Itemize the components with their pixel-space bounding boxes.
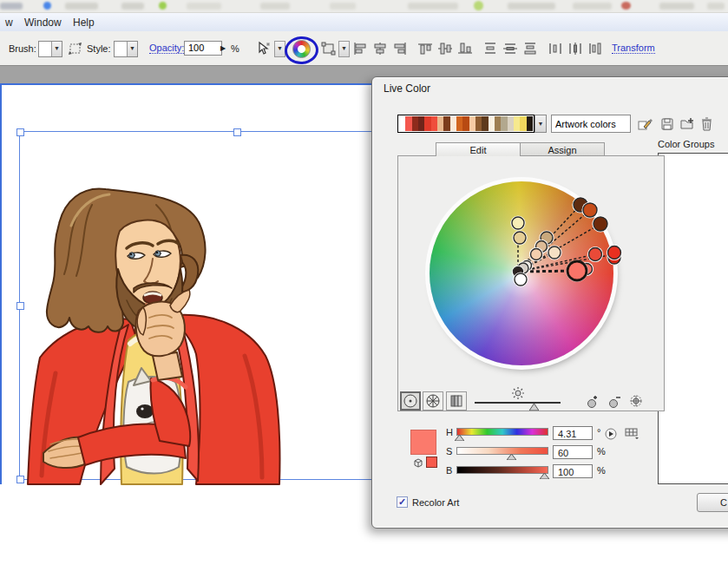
distribute-center-vertical-icon[interactable] xyxy=(502,41,519,56)
swatch-strip-dropdown[interactable]: ▼ xyxy=(535,115,547,133)
chevron-down-icon[interactable]: ▼ xyxy=(338,41,350,57)
transform-link[interactable]: Transform xyxy=(612,43,655,54)
selection-handle[interactable] xyxy=(16,476,24,483)
transform-fit-icon[interactable] xyxy=(66,41,83,56)
strip-swatch xyxy=(527,116,533,131)
live-color-dialog: Live Color ▼ Color Groups Edit Assign xyxy=(371,76,728,529)
chevron-down-icon[interactable]: ▼ xyxy=(51,42,62,56)
brush-dropdown[interactable]: ▼ xyxy=(38,41,62,57)
hue-slider[interactable] xyxy=(456,428,548,436)
chevron-down-icon[interactable]: ▼ xyxy=(127,42,137,56)
distribute-right-icon[interactable] xyxy=(587,41,604,56)
color-mode-cube-icon[interactable] xyxy=(412,457,424,469)
tab-edit[interactable]: Edit xyxy=(436,142,521,156)
wheel-marker[interactable] xyxy=(594,217,607,231)
wheel-smooth-mode-button[interactable] xyxy=(400,391,421,411)
align-center-horizontal-icon[interactable] xyxy=(371,41,389,56)
brightness-unit: % xyxy=(597,465,606,476)
harmony-link-icon[interactable] xyxy=(629,394,643,408)
strip-swatch xyxy=(443,116,449,131)
adjust-bounds-icon[interactable] xyxy=(319,41,337,56)
style-preview xyxy=(115,42,127,56)
dialog-title: Live Color xyxy=(384,82,430,95)
slider-options-play-icon[interactable] xyxy=(605,428,617,440)
blurred-blue-dot-icon xyxy=(43,2,51,10)
color-groups-list[interactable] xyxy=(658,153,728,484)
menu-item-help[interactable]: Help xyxy=(69,16,98,30)
style-dropdown[interactable]: ▼ xyxy=(114,41,138,57)
opacity-input[interactable] xyxy=(184,41,222,56)
cut-off-button[interactable]: C xyxy=(697,493,728,512)
align-top-icon[interactable] xyxy=(416,41,434,56)
brightness-slider-track[interactable] xyxy=(475,402,561,404)
add-color-icon[interactable] xyxy=(587,395,600,409)
align-left-icon[interactable] xyxy=(351,41,369,56)
selection-handle[interactable] xyxy=(16,128,24,136)
wheel-marker[interactable] xyxy=(515,273,527,286)
wheel-marker[interactable] xyxy=(514,232,526,244)
brush-label: Brush: xyxy=(9,43,36,54)
blurred-icon xyxy=(121,3,144,10)
edit-swatch-icon[interactable] xyxy=(638,117,653,131)
distribute-center-horizontal-icon[interactable] xyxy=(567,41,584,56)
saturation-slider-thumb[interactable] xyxy=(507,454,516,460)
opacity-link[interactable]: Opacity: xyxy=(149,43,184,54)
wheel-marker[interactable] xyxy=(548,246,561,259)
color-grid-icon[interactable] xyxy=(625,428,639,439)
align-center-vertical-icon[interactable] xyxy=(436,41,454,56)
blurred-icon xyxy=(408,3,458,10)
save-icon[interactable] xyxy=(661,118,673,130)
strip-swatch xyxy=(475,116,482,131)
trash-icon[interactable] xyxy=(701,117,712,131)
wheel-segmented-mode-button[interactable] xyxy=(423,391,443,411)
wheel-marker[interactable] xyxy=(608,246,621,260)
opacity-popup-arrow-icon[interactable]: ▶ xyxy=(220,44,226,52)
align-bottom-icon[interactable] xyxy=(456,41,474,56)
menu-item-window[interactable]: Window xyxy=(21,16,65,30)
strip-swatch xyxy=(399,116,405,131)
strip-swatch xyxy=(405,116,411,131)
remove-color-icon[interactable] xyxy=(608,395,622,409)
base-color-swatch xyxy=(426,457,437,468)
style-label: Style: xyxy=(87,43,111,54)
wheel-marker[interactable] xyxy=(589,248,602,261)
brightness-slider-thumb[interactable] xyxy=(529,404,539,411)
color-bars-mode-button[interactable] xyxy=(446,391,467,411)
selection-handle[interactable] xyxy=(16,302,24,310)
menu-item-partial[interactable]: w xyxy=(2,16,16,30)
distribute-bottom-icon[interactable] xyxy=(521,41,539,56)
recolor-art-checkbox[interactable]: ✓ xyxy=(397,496,408,508)
saturation-value-input[interactable]: 60 xyxy=(553,445,593,459)
wheel-marker[interactable] xyxy=(583,203,597,217)
saturation-slider[interactable] xyxy=(456,447,548,455)
brightness-value-input[interactable]: 100 xyxy=(553,464,593,478)
wheel-marker[interactable] xyxy=(512,217,524,229)
strip-swatch xyxy=(489,116,495,131)
color-wheel-markers[interactable] xyxy=(397,155,665,411)
distribute-left-icon[interactable] xyxy=(547,41,564,56)
document-window-left-border xyxy=(0,83,2,484)
recolor-art-label: Recolor Art xyxy=(412,497,459,508)
new-color-group-icon[interactable] xyxy=(680,117,696,130)
hue-slider-thumb[interactable] xyxy=(455,435,464,441)
blurred-icon xyxy=(508,3,555,10)
brightness-value-slider[interactable] xyxy=(456,466,548,474)
blurred-icon xyxy=(707,3,725,10)
selection-handle[interactable] xyxy=(233,128,241,136)
align-right-icon[interactable] xyxy=(391,41,409,56)
wheel-marker[interactable] xyxy=(531,249,542,260)
wand-select-icon[interactable] xyxy=(254,41,272,56)
strip-swatch xyxy=(495,116,501,131)
color-group-name-input[interactable] xyxy=(551,115,631,133)
distribute-top-icon[interactable] xyxy=(482,41,499,56)
control-toolbar: Brush: ▼ Style: ▼ Opacity: ▶ % ▼ ▼ xyxy=(0,31,728,66)
color-groups-label: Color Groups xyxy=(658,139,714,149)
hue-value-input[interactable]: 4.31 xyxy=(553,426,593,440)
wheel-marker-selected[interactable] xyxy=(567,261,587,280)
artwork-man-illustration xyxy=(26,179,304,486)
background-browser-strip xyxy=(0,0,728,13)
brightness-value-thumb[interactable] xyxy=(540,473,549,479)
hue-unit: ° xyxy=(597,427,600,437)
tab-assign[interactable]: Assign xyxy=(520,142,605,156)
swatch-strip[interactable] xyxy=(397,115,535,133)
